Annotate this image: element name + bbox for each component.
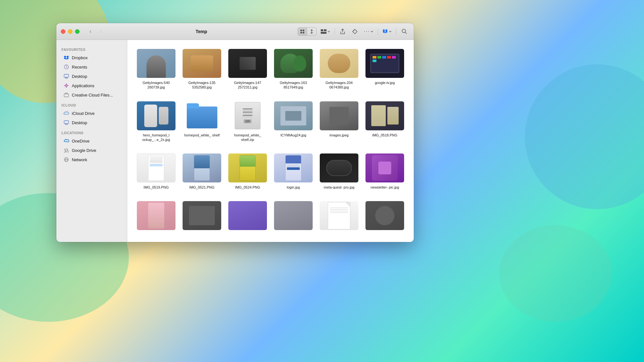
file-item-5[interactable]: GettyImages-204 0674380.jpg	[318, 46, 360, 92]
file-thumb-13	[137, 153, 175, 182]
file-item-12[interactable]: IMG_0518.PNG	[364, 99, 406, 145]
sidebar-item-icloud-drive[interactable]: iCloud Drive	[58, 109, 125, 118]
sort-view-button[interactable]	[307, 28, 316, 35]
recents-icon	[63, 64, 69, 70]
forward-button[interactable]: ›	[96, 27, 105, 36]
more-dropdown-icon	[371, 30, 373, 33]
zip-lines	[243, 108, 252, 117]
icloud-desktop-icon	[63, 120, 69, 125]
share-button[interactable]	[337, 27, 348, 36]
icloud-drive-label: iCloud Drive	[72, 111, 95, 116]
file-item-6[interactable]: google-tv.jpg	[364, 46, 406, 92]
file-thumb-18	[365, 153, 404, 182]
file-thumb-5	[320, 49, 358, 78]
file-thumb-11	[320, 101, 358, 130]
search-icon	[402, 29, 407, 34]
file-thumb-22	[274, 201, 313, 230]
file-item-19[interactable]	[135, 199, 177, 233]
icloud-section-label: iCloud	[56, 101, 127, 108]
more-button[interactable]: ···	[362, 27, 375, 36]
sidebar-item-recents[interactable]: Recents	[58, 62, 125, 71]
file-name-1: GettyImages-540 260739.jpg	[137, 80, 175, 90]
file-item-4[interactable]: GettyImages-163 8517649.jpg	[272, 46, 315, 92]
traffic-lights	[61, 29, 80, 34]
tag-button[interactable]	[350, 27, 360, 36]
file-thumb-14	[183, 153, 221, 182]
svg-rect-1	[303, 30, 304, 31]
finder-window: ‹ › Temp	[56, 23, 414, 242]
file-item-10[interactable]: ICYMIAug24.jpg	[272, 99, 315, 145]
onedrive-icon	[63, 138, 69, 144]
file-thumb-7	[137, 101, 175, 130]
back-button[interactable]: ‹	[86, 27, 95, 36]
sidebar-item-network[interactable]: Network	[58, 155, 125, 164]
dropbox-toolbar-button[interactable]	[381, 27, 393, 36]
gallery-dropdown-icon	[327, 30, 330, 33]
file-item-3[interactable]: GettyImages-147 2572311.jpg	[226, 46, 269, 92]
grid-container: GettyImages-540 260739.jpg GettyImages-1…	[135, 46, 406, 233]
svg-line-12	[66, 67, 67, 68]
sidebar-item-onedrive[interactable]: OneDrive	[58, 136, 125, 145]
maximize-button[interactable]	[75, 29, 80, 34]
icloud-drive-icon	[63, 110, 69, 116]
google-drive-label: Google Drive	[72, 148, 96, 153]
file-item-15[interactable]: IMG_0524.PNG	[226, 151, 269, 192]
search-button[interactable]	[399, 27, 409, 36]
file-thumb-6	[365, 49, 404, 78]
window-title: Temp	[105, 29, 298, 34]
minimize-button[interactable]	[68, 29, 72, 34]
file-thumb-24	[365, 201, 404, 230]
dropbox-label: Dropbox	[72, 55, 88, 60]
file-item-16[interactable]: login.jpg	[272, 151, 315, 192]
sidebar-item-desktop[interactable]: Desktop	[58, 72, 125, 81]
file-name-12: IMG_0518.PNG	[372, 133, 397, 137]
recents-label: Recents	[72, 65, 87, 70]
file-name-6: google-tv.jpg	[375, 80, 395, 85]
network-icon	[63, 157, 69, 162]
sidebar: Favourites Dropbox Recents	[56, 40, 127, 242]
file-item-9[interactable]: ZIP homepod_white_ shelf.zip	[226, 99, 269, 145]
svg-point-8	[402, 29, 405, 33]
title-bar: ‹ › Temp	[56, 23, 414, 40]
sidebar-item-applications[interactable]: Applications	[58, 81, 125, 90]
sidebar-item-creative-cloud[interactable]: Creative Cloud Files...	[58, 90, 125, 99]
file-item-1[interactable]: GettyImages-540 260739.jpg	[135, 46, 177, 92]
close-button[interactable]	[61, 29, 65, 34]
file-thumb-21	[228, 201, 267, 230]
svg-rect-18	[64, 94, 69, 97]
share-icon	[340, 29, 345, 34]
file-item-18[interactable]: newsletter- pic.jpg	[364, 151, 406, 192]
sidebar-item-google-drive[interactable]: Google Drive	[58, 146, 125, 155]
doc-lines	[330, 208, 348, 214]
desktop-icon	[63, 73, 69, 79]
file-item-17[interactable]: meta-quest- pro.jpg	[318, 151, 360, 192]
file-item-13[interactable]: IMG_0519.PNG	[135, 151, 177, 192]
gallery-view-button[interactable]	[318, 27, 332, 36]
grid-view-button[interactable]	[298, 28, 307, 35]
sidebar-item-icloud-desktop[interactable]: Desktop	[58, 118, 125, 127]
file-thumb-23	[320, 201, 358, 230]
svg-rect-2	[300, 32, 302, 33]
file-item-24[interactable]	[364, 199, 406, 233]
file-thumb-1	[137, 49, 175, 78]
file-item-22[interactable]	[272, 199, 315, 233]
file-item-23[interactable]	[318, 199, 360, 233]
favourites-section-label: Favourites	[56, 45, 127, 53]
applications-icon	[63, 83, 69, 88]
file-item-8[interactable]: homepod_white_ shelf	[181, 99, 223, 145]
dropbox-toolbar-dropdown-icon	[389, 30, 392, 33]
sidebar-item-dropbox[interactable]: Dropbox	[58, 53, 125, 62]
file-item-7[interactable]: hero_homepod_l ockup_...e_2x.jpg	[135, 99, 177, 145]
svg-rect-0	[300, 30, 302, 31]
file-item-2[interactable]: GettyImages-135 5352580.jpg	[181, 46, 223, 92]
file-item-11[interactable]: images.jpeg	[318, 99, 360, 145]
view-toggle	[298, 27, 317, 36]
file-thumb-9: ZIP	[228, 101, 267, 130]
file-name-14: IMG_0521.PNG	[189, 185, 214, 190]
file-thumb-17	[320, 153, 358, 182]
file-item-20[interactable]	[181, 199, 223, 233]
file-item-14[interactable]: IMG_0521.PNG	[181, 151, 223, 192]
file-item-21[interactable]	[226, 199, 269, 233]
file-name-7: hero_homepod_l ockup_...e_2x.jpg	[137, 133, 175, 142]
icloud-desktop-label: Desktop	[72, 120, 87, 125]
